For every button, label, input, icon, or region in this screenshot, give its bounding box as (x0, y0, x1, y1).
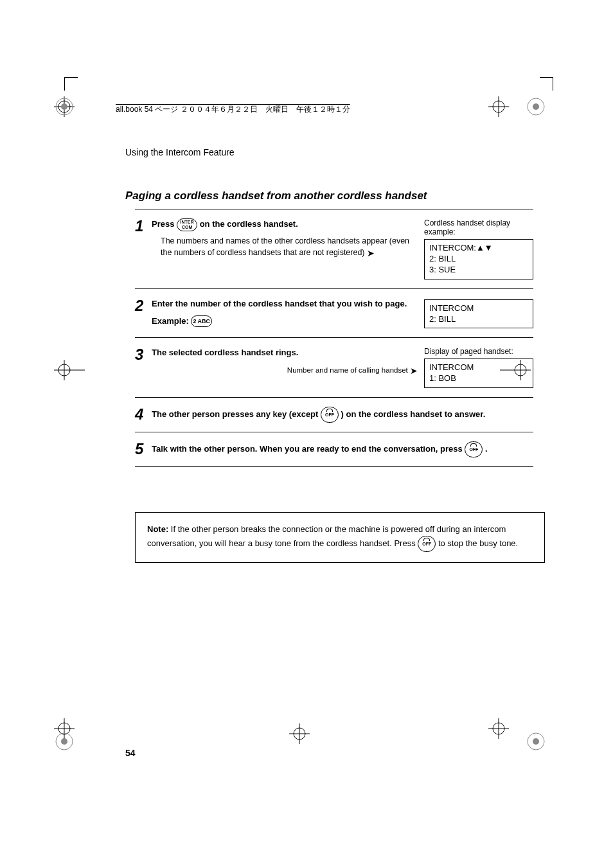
step-2-display-col: INTERCOM 2: BILL (424, 298, 533, 329)
step-1-display-l3: 3: SUE (429, 265, 528, 276)
step-5-before: Talk with the other person. When you are… (152, 444, 465, 454)
step-3-right-small: Number and name of calling handset ➤ (152, 366, 418, 376)
step-1-num: 1 (135, 218, 152, 234)
step-4-after: ) on the cordless handset to answer. (339, 409, 485, 419)
step-2-display-l1: INTERCOM (429, 303, 528, 314)
steps-bottom-rule (135, 466, 533, 467)
step-1-display-l2: 2: BILL (429, 254, 528, 265)
subheading: Paging a cordless handset from another c… (125, 190, 553, 202)
steps-area: 1 Press INTER COM on the cordless handse… (135, 209, 533, 467)
step-3-display: INTERCOM 1: BOB (424, 359, 533, 388)
step-2-line1: Enter the number of the cordless handset… (152, 299, 407, 308)
step-1-body: Press INTER COM on the cordless handset.… (152, 218, 424, 260)
step-3-num: 3 (135, 347, 152, 362)
section-title: Using the Intercom Feature (125, 147, 553, 157)
step-3-right-small-text: Number and name of calling handset (287, 367, 408, 375)
step-1-caption: Cordless handset display example: (424, 218, 533, 236)
header-meta: all.book 54 ページ ２００４年６月２２日 火曜日 午後１２時１分 (116, 103, 350, 115)
step-4-before: The other person presses any key (except (152, 409, 321, 419)
step-3-body: The selected cordless handset rings. Num… (152, 347, 424, 376)
page-number: 54 (125, 748, 136, 758)
step-4-num: 4 (135, 407, 152, 422)
step-3-display-l1: INTERCOM (429, 362, 528, 373)
step-2: 2 Enter the number of the cordless hands… (135, 288, 533, 338)
step-1-display-l1: INTERCOM:▲▼ (429, 243, 528, 254)
step-1-sub: The numbers and names of the other cordl… (161, 235, 418, 260)
step-2-display-l2: 2: BILL (429, 314, 528, 325)
note-bold: Note: (147, 524, 168, 534)
step-3-caption: Display of paged handset: (424, 347, 533, 356)
step-3: 3 The selected cordless handset rings. N… (135, 337, 533, 397)
step-2-body: Enter the number of the cordless handset… (152, 298, 424, 328)
step-4: 4 The other person presses any key (exce… (135, 397, 533, 432)
page-body: all.book 54 ページ ２００４年６月２２日 火曜日 午後１２時１分 U… (64, 77, 553, 784)
step-1-display: INTERCOM:▲▼ 2: BILL 3: SUE (424, 239, 533, 279)
note-box: Note: If the other person breaks the con… (135, 512, 545, 563)
arrow-right-icon-2: ➤ (410, 366, 418, 376)
step-2-example-label: Example: (152, 316, 189, 326)
off-key-icon: OFF (321, 407, 339, 423)
step-5-after: . (483, 444, 487, 454)
step-1-display-col: Cordless handset display example: INTERC… (424, 218, 533, 279)
step-5-num: 5 (135, 441, 152, 457)
step-3-display-l2: 1: BOB (429, 373, 528, 384)
step-1-press: Press (152, 219, 174, 229)
digit-2-key-icon: 2 ABC (191, 315, 212, 327)
step-5: 5 Talk with the other person. When you a… (135, 432, 533, 466)
step-3-display-col: Display of paged handset: INTERCOM 1: BO… (424, 347, 533, 388)
intercom-key-icon: INTER COM (177, 218, 197, 231)
step-1: 1 Press INTER COM on the cordless handse… (135, 209, 533, 288)
step-2-num: 2 (135, 298, 152, 314)
off-key-icon-note: OFF (418, 536, 436, 552)
note-text2: to stop the busy tone. (436, 538, 518, 548)
step-4-body: The other person presses any key (except… (152, 407, 533, 423)
arrow-right-icon: ➤ (367, 247, 375, 260)
step-3-line1: The selected cordless handset rings. (152, 348, 298, 357)
step-5-body: Talk with the other person. When you are… (152, 441, 533, 457)
step-2-display: INTERCOM 2: BILL (424, 299, 533, 329)
step-1-after: on the cordless handset. (197, 219, 298, 229)
off-key-icon-2: OFF (465, 441, 483, 457)
